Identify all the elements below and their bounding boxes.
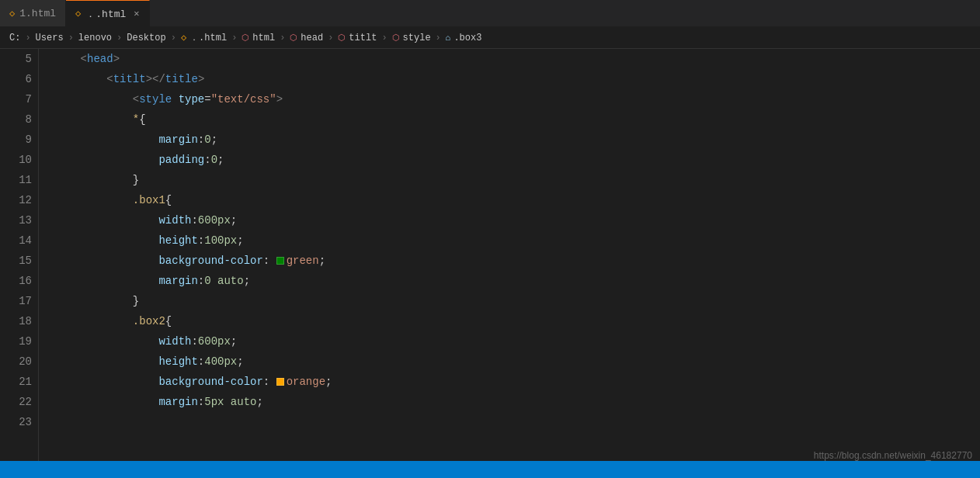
code-line-18: .box2{ xyxy=(39,311,980,331)
breadcrumb-sep2: › xyxy=(68,33,74,43)
token: 0 xyxy=(204,130,210,150)
code-line-7: <style type="text/css"> xyxy=(39,89,980,109)
token: titlt xyxy=(113,69,146,89)
breadcrumb-box3-icon: ⌂ xyxy=(446,33,451,43)
code-line-15: background-color: green; xyxy=(39,251,980,271)
breadcrumb-head: head xyxy=(301,33,323,43)
token: ; xyxy=(325,372,332,392)
tab-bar: ◇ 1.html ◇ ．.html ✕ xyxy=(0,0,980,27)
token: > xyxy=(276,89,283,109)
token: width xyxy=(158,210,191,230)
breadcrumb-sep5: › xyxy=(231,33,237,43)
token: ; xyxy=(319,251,325,271)
code-line-5: <head> xyxy=(39,49,980,69)
code-line-17: } xyxy=(39,291,980,311)
editor: 5 6 7 8 9 10 11 12 13 14 15 16 17 18 19 … xyxy=(0,49,980,461)
token: head xyxy=(87,49,113,69)
breadcrumb-sep: › xyxy=(25,33,30,43)
color-swatch-orange xyxy=(276,378,284,386)
token: ; xyxy=(237,352,243,372)
token: type xyxy=(179,89,205,109)
token: 0 xyxy=(211,150,217,170)
tab-icon-1html: ◇ xyxy=(9,8,15,19)
token: ; xyxy=(231,210,237,230)
line-num-23: 23 xyxy=(6,412,32,432)
token: : xyxy=(263,372,276,392)
token: } xyxy=(133,170,139,190)
token xyxy=(54,170,133,190)
line-num-5: 5 xyxy=(6,49,32,69)
breadcrumb-file-icon: ◇ xyxy=(181,32,186,43)
token: orange xyxy=(287,372,325,392)
breadcrumb-html-icon: ⬡ xyxy=(242,33,249,43)
token: ; xyxy=(231,331,237,352)
tab-close-dothtml[interactable]: ✕ xyxy=(134,8,139,19)
breadcrumb-file: ．.html xyxy=(189,31,227,44)
token: < xyxy=(54,89,139,109)
token: green xyxy=(287,251,319,271)
token xyxy=(54,230,158,251)
token: } xyxy=(133,291,139,311)
token: { xyxy=(165,311,172,331)
line-num-9: 9 xyxy=(6,130,32,150)
breadcrumb-sep9: › xyxy=(436,33,441,43)
breadcrumb-box3: .box3 xyxy=(454,33,481,43)
token: : xyxy=(198,392,204,412)
token xyxy=(54,352,158,372)
token: ; xyxy=(244,271,250,291)
token: : xyxy=(204,150,210,170)
line-num-22: 22 xyxy=(6,392,32,412)
line-num-19: 19 xyxy=(6,331,32,352)
token: 100px xyxy=(204,230,237,251)
status-bar xyxy=(0,461,980,478)
token: .box2 xyxy=(133,311,165,331)
token: 5px auto xyxy=(204,392,256,412)
breadcrumb-lenovo: lenovo xyxy=(78,33,112,43)
line-num-11: 11 xyxy=(6,170,32,190)
token: ></ xyxy=(146,69,165,89)
code-line-22: margin:5px auto; xyxy=(39,392,980,412)
token: = xyxy=(204,89,210,109)
token xyxy=(54,412,61,432)
token: < xyxy=(54,69,113,89)
code-line-6: <titlt></title> xyxy=(39,69,980,89)
token: 600px xyxy=(198,210,231,230)
code-line-16: margin:0 auto; xyxy=(39,271,980,291)
token xyxy=(54,392,158,412)
breadcrumb-users: Users xyxy=(36,33,64,43)
tab-1html[interactable]: ◇ 1.html xyxy=(0,0,66,26)
token xyxy=(172,89,178,109)
code-line-10: padding:0; xyxy=(39,150,980,170)
color-swatch-green xyxy=(276,257,284,265)
token: width xyxy=(158,331,191,352)
code-line-8: *{ xyxy=(39,109,980,130)
token: background-color xyxy=(158,251,262,271)
token: * xyxy=(133,109,139,130)
token: { xyxy=(165,190,172,210)
token: > xyxy=(198,69,204,89)
line-num-21: 21 xyxy=(6,372,32,392)
line-num-18: 18 xyxy=(6,311,32,331)
watermark: https://blog.csdn.net/weixin_46182770 xyxy=(814,450,972,461)
code-area[interactable]: <head> <titlt></title> <style type="text… xyxy=(39,49,980,461)
code-line-23 xyxy=(39,412,980,432)
token: ; xyxy=(237,230,243,251)
token: ; xyxy=(256,392,262,412)
token: .box1 xyxy=(133,190,165,210)
token xyxy=(54,271,158,291)
token: : xyxy=(198,271,204,291)
breadcrumb-c: C: xyxy=(9,33,20,43)
line-num-17: 17 xyxy=(6,291,32,311)
code-line-21: background-color: orange; xyxy=(39,372,980,392)
code-line-19: width:600px; xyxy=(39,331,980,352)
token: title xyxy=(165,69,198,89)
tab-dothtml[interactable]: ◇ ．.html ✕ xyxy=(66,0,149,26)
token: : xyxy=(191,210,197,230)
token xyxy=(54,372,158,392)
token: style xyxy=(139,89,172,109)
breadcrumb-titlt: titlt xyxy=(349,33,377,43)
line-numbers: 5 6 7 8 9 10 11 12 13 14 15 16 17 18 19 … xyxy=(0,49,39,461)
breadcrumb-desktop: Desktop xyxy=(127,33,165,43)
token xyxy=(54,130,158,150)
line-num-15: 15 xyxy=(6,251,32,271)
